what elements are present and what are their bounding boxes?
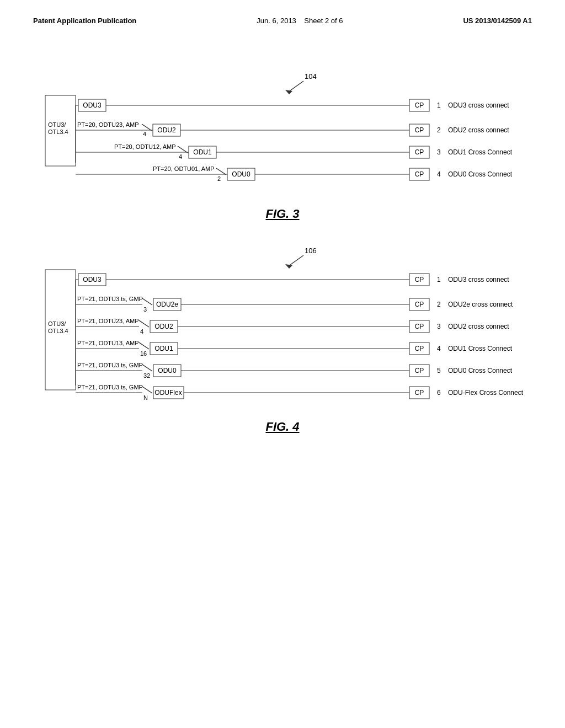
fig4-section: 106 OTU3/ OTL3.4 ODU3 CP 1 ODU3 cross co… [33, 243, 532, 434]
fig3-row1-desc: ODU3 cross connect [448, 101, 509, 109]
fig4-odu1-label: ODU1 [154, 345, 173, 352]
fig4-ref-arrow [288, 255, 303, 266]
fig4-row2-sub: 3 [143, 306, 147, 313]
fig4-ref-number: 106 [305, 247, 317, 255]
fig4-row6-label: PT=21, ODTU3.ts, GMP [77, 384, 143, 390]
fig3-ref-arrowhead [285, 90, 292, 94]
fig4-row4-label: PT=21, ODTU13, AMP [77, 340, 139, 346]
fig3-row3-label: PT=20, ODTU12, AMP [114, 143, 176, 150]
page-header: Patent Application Publication Jun. 6, 2… [33, 17, 532, 25]
fig4-slash3 [139, 320, 149, 327]
fig3-diagram: 104 OTU3/ OTL3.4 ODU3 CP 1 ODU3 cross co… [34, 69, 531, 196]
fig3-odu1-label: ODU1 [193, 148, 212, 156]
fig4-odu3-label: ODU3 [83, 276, 102, 283]
fig3-row4-num: 4 [437, 170, 441, 178]
fig3-section: 104 OTU3/ OTL3.4 ODU3 CP 1 ODU3 cross co… [33, 69, 532, 221]
fig3-row4-desc: ODU0 Cross Connect [448, 170, 513, 178]
fig4-slash2 [142, 298, 152, 305]
fig3-row2-label: PT=20, ODTU23, AMP [77, 121, 139, 128]
fig4-cp4-label: CP [415, 345, 424, 352]
fig3-odu0-label: ODU0 [232, 170, 250, 178]
page: Patent Application Publication Jun. 6, 2… [0, 0, 565, 728]
fig3-ref-arrow [288, 81, 303, 92]
fig4-oduflex-label: ODUFlex [154, 389, 182, 397]
fig3-ref-number: 104 [305, 72, 317, 81]
fig4-row6-desc: ODU-Flex Cross Connect [448, 389, 524, 397]
fig3-odu3-label: ODU3 [83, 101, 102, 109]
fig4-row1-num: 1 [437, 276, 441, 283]
fig4-odu2-label: ODU2 [154, 323, 173, 330]
fig4-ref-arrowhead [285, 264, 292, 269]
fig4-row1-desc: ODU3 cross connect [448, 276, 509, 283]
fig4-row5-desc: ODU0 Cross Connect [448, 367, 513, 374]
fig3-otu-text2: OTL3.4 [48, 129, 68, 135]
fig4-row6-num: 6 [437, 389, 441, 397]
fig3-row1-num: 1 [437, 101, 441, 109]
fig4-row3-desc: ODU2 cross connect [448, 323, 509, 330]
fig4-label: FIG. 4 [33, 420, 532, 434]
fig4-row4-sub: 16 [140, 350, 147, 357]
fig3-row3-num: 3 [437, 148, 441, 156]
fig3-row3-desc: ODU1 Cross Connect [448, 148, 513, 156]
fig3-cp1-label: CP [415, 101, 424, 109]
fig4-odu2e-label: ODU2e [156, 301, 178, 308]
fig4-cp6-label: CP [415, 389, 424, 397]
fig4-row3-label: PT=21, ODTU23, AMP [77, 318, 139, 324]
fig4-cp2-label: CP [415, 301, 424, 308]
fig3-row2-desc: ODU2 cross connect [448, 126, 509, 134]
fig4-row3-num: 3 [437, 323, 441, 330]
fig3-label: FIG. 3 [33, 207, 532, 221]
fig4-row3-sub: 4 [140, 328, 143, 335]
fig4-row5-num: 5 [437, 367, 441, 374]
fig3-cp4-label: CP [415, 170, 424, 178]
fig4-diagram: 106 OTU3/ OTL3.4 ODU3 CP 1 ODU3 cross co… [34, 243, 531, 409]
fig3-slash3 [178, 146, 188, 153]
fig4-slash6 [142, 387, 152, 393]
fig4-cp3-label: CP [415, 323, 424, 330]
fig4-slash4 [139, 342, 149, 349]
fig3-row3-sub: 4 [179, 153, 182, 160]
fig4-odu0-label: ODU0 [158, 367, 177, 374]
fig4-slash5 [142, 365, 152, 371]
fig3-slash2 [142, 124, 152, 131]
header-left: Patent Application Publication [33, 17, 136, 25]
fig3-row4-sub: 2 [217, 175, 221, 182]
fig4-row6-sub: N [143, 394, 148, 401]
fig3-row2-num: 2 [437, 126, 441, 134]
fig4-row4-desc: ODU1 Cross Connect [448, 345, 513, 352]
fig4-row4-num: 4 [437, 345, 441, 352]
fig4-row2-num: 2 [437, 301, 441, 308]
header-sheet: Sheet 2 of 6 [304, 17, 343, 25]
header-right: US 2013/0142509 A1 [463, 17, 532, 25]
header-center: Jun. 6, 2013 Sheet 2 of 6 [257, 17, 343, 25]
fig4-cp5-label: CP [415, 367, 424, 374]
fig3-row4-label: PT=20, ODTU01, AMP [153, 165, 215, 172]
fig3-cp3-label: CP [415, 148, 424, 156]
header-date: Jun. 6, 2013 [257, 17, 296, 25]
fig3-slash4 [216, 168, 226, 175]
fig3-odu2-label: ODU2 [157, 126, 176, 134]
fig3-row2-sub: 4 [143, 131, 146, 137]
fig4-cp1-label: CP [415, 276, 424, 283]
fig4-row2-label: PT=21, ODTU3.ts, GMP [77, 296, 143, 302]
fig4-otu-text2: OTL3.4 [48, 328, 68, 334]
fig3-cp2-label: CP [415, 126, 424, 134]
fig4-row2-desc: ODU2e cross connect [448, 301, 513, 308]
fig4-row5-sub: 32 [143, 372, 150, 379]
fig4-row5-label: PT=21, ODTU3.ts, GMP [77, 362, 143, 368]
fig4-otu-text1: OTU3/ [48, 320, 66, 327]
fig3-otu-text1: OTU3/ [48, 121, 66, 128]
